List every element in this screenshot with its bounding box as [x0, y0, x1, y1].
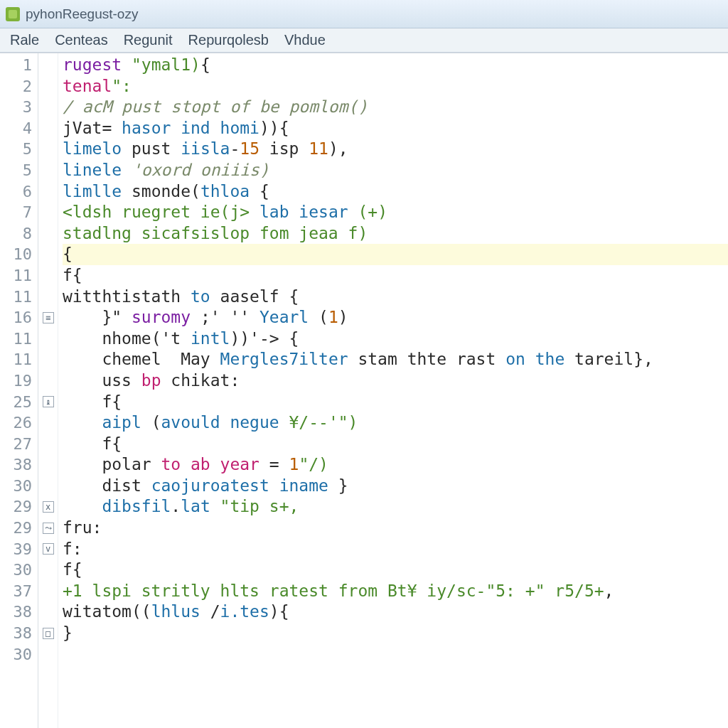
line-number: 2	[0, 76, 38, 97]
fold-marker[interactable]: ⤳	[38, 518, 58, 539]
code-area[interactable]: rugest "ymal1){tenal":/ acM pust stopt o…	[58, 53, 728, 728]
fold-toggle-icon[interactable]: ⤳	[43, 523, 54, 534]
code-line[interactable]: rugest "ymal1){	[63, 55, 728, 76]
fold-marker	[38, 265, 58, 287]
fold-marker	[38, 581, 58, 602]
line-number: 25	[0, 392, 38, 413]
line-number: 30	[0, 560, 38, 581]
fold-marker	[38, 55, 58, 76]
code-line[interactable]: / acM pust stopt of be pomlom()	[63, 97, 728, 118]
line-number: 5	[0, 139, 38, 160]
code-line[interactable]: aipl (avould negue ¥/--'")	[63, 412, 728, 434]
fold-marker	[38, 244, 58, 265]
line-number: 30	[0, 644, 38, 665]
line-number: 39	[0, 539, 38, 560]
fold-marker	[38, 644, 58, 665]
menubar: Rale Centeas Regunit Repurqolesb Vhdue	[0, 28, 728, 53]
fold-marker	[38, 328, 58, 350]
fold-toggle-icon[interactable]: ≡	[43, 312, 54, 323]
fold-toggle-icon[interactable]: x	[43, 501, 54, 513]
fold-marker	[38, 202, 58, 223]
code-line[interactable]: +1 lspi stritly hlts ratest from Bt¥ iy/…	[63, 581, 728, 602]
code-line[interactable]: dibsfil.lat "tip s+,	[63, 496, 728, 518]
fold-marker	[38, 412, 58, 434]
line-number: 11	[0, 265, 38, 287]
line-number: 16	[0, 307, 38, 328]
line-number: 38	[0, 623, 38, 644]
line-number: 19	[0, 370, 38, 392]
code-line[interactable]: polar to ab year = 1"/)	[63, 454, 728, 476]
code-line[interactable]: {	[63, 244, 728, 265]
fold-marker	[38, 287, 58, 308]
fold-marker	[38, 601, 58, 623]
window-titlebar: pyhonReegust-ozy	[0, 0, 728, 28]
fold-marker[interactable]: ↨	[38, 392, 58, 413]
fold-marker[interactable]: v	[38, 539, 58, 560]
menu-centeas[interactable]: Centeas	[48, 29, 115, 51]
menu-repurqolesb[interactable]: Repurqolesb	[181, 29, 276, 51]
fold-marker	[38, 454, 58, 476]
line-number: 11	[0, 328, 38, 350]
line-number: 29	[0, 518, 38, 539]
code-line[interactable]: f:	[63, 539, 728, 560]
fold-marker[interactable]: □	[38, 623, 58, 644]
line-number-gutter: 1234556781011111611111925262738302929393…	[0, 53, 38, 728]
code-line[interactable]: witthtistath to aaself {	[63, 287, 728, 308]
fold-toggle-icon[interactable]: ↨	[43, 396, 54, 407]
code-line[interactable]: f{	[63, 265, 728, 287]
fold-marker	[38, 560, 58, 581]
code-line[interactable]: chemel May Mergles7ilter stam thte rast …	[63, 349, 728, 370]
line-number: 4	[0, 118, 38, 139]
fold-marker[interactable]: x	[38, 496, 58, 518]
menu-rale[interactable]: Rale	[3, 29, 46, 51]
line-number: 5	[0, 160, 38, 181]
code-line[interactable]: <ldsh ruegret ie(j> lab iesar (+)	[63, 202, 728, 223]
code-line[interactable]: witatom((lhlus /i.tes){	[63, 601, 728, 623]
menu-regunit[interactable]: Regunit	[117, 29, 180, 51]
code-line[interactable]: limlle smonde(thloa {	[63, 181, 728, 203]
fold-marker	[38, 434, 58, 455]
code-line[interactable]: }" suromy ;' '' Yearl (1)	[63, 307, 728, 328]
fold-column: ≡↨x⤳v□	[38, 53, 58, 728]
code-line[interactable]: uss bp chikat:	[63, 370, 728, 392]
line-number: 8	[0, 223, 38, 245]
menu-vhdue[interactable]: Vhdue	[277, 29, 333, 51]
fold-toggle-icon[interactable]: □	[43, 628, 54, 639]
fold-marker	[38, 181, 58, 203]
line-number: 3	[0, 97, 38, 118]
app-icon	[6, 7, 20, 21]
fold-marker	[38, 76, 58, 97]
fold-marker	[38, 160, 58, 181]
line-number: 11	[0, 349, 38, 370]
code-line[interactable]: f{	[63, 434, 728, 455]
line-number: 38	[0, 601, 38, 623]
line-number: 7	[0, 202, 38, 223]
line-number: 37	[0, 581, 38, 602]
fold-marker	[38, 370, 58, 392]
line-number: 30	[0, 476, 38, 497]
line-number: 27	[0, 434, 38, 455]
fold-marker	[38, 476, 58, 497]
line-number: 29	[0, 496, 38, 518]
code-line[interactable]: limelo pust iisla-15 isp 11),	[63, 139, 728, 160]
line-number: 6	[0, 181, 38, 203]
fold-marker	[38, 349, 58, 370]
code-line[interactable]	[63, 644, 728, 665]
line-number: 10	[0, 244, 38, 265]
code-line[interactable]: }	[63, 623, 728, 644]
code-line[interactable]: nhome('t intl))'-> {	[63, 328, 728, 350]
line-number: 11	[0, 287, 38, 308]
line-number: 26	[0, 412, 38, 434]
code-editor[interactable]: 1234556781011111611111925262738302929393…	[0, 53, 728, 728]
code-line[interactable]: jVat= hasor ind homi)){	[63, 118, 728, 139]
code-line[interactable]: fru:	[63, 518, 728, 539]
code-line[interactable]: f{	[63, 560, 728, 581]
code-line[interactable]: stadlng sicafsislop fom jeaa f)	[63, 223, 728, 245]
code-line[interactable]: linele 'oxord oniiis)	[63, 160, 728, 181]
code-line[interactable]: dist caojuroatest iname }	[63, 476, 728, 497]
fold-marker	[38, 223, 58, 245]
fold-marker[interactable]: ≡	[38, 307, 58, 328]
code-line[interactable]: tenal":	[63, 76, 728, 97]
fold-toggle-icon[interactable]: v	[43, 543, 54, 555]
code-line[interactable]: f{	[63, 392, 728, 413]
